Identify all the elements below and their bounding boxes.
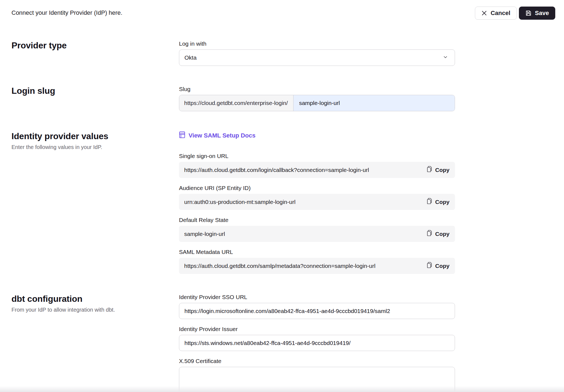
sso-url-field: https://auth.cloud.getdbt.com/login/call… [179,162,455,178]
document-icon [179,131,185,140]
slug-input[interactable] [293,95,455,111]
section-dbt-configuration: dbt configuration From your IdP to allow… [11,294,564,392]
relay-state-field: sample-login-url Copy [179,226,455,242]
relay-state-group: Default Relay State sample-login-url Cop… [179,217,455,242]
save-button[interactable]: Save [519,7,555,20]
idp-values-heading-col: Identity provider values Enter the follo… [11,131,179,150]
page-description: Connect your Identity Provider (IdP) her… [11,7,122,16]
section-subtitle-dbt-config: From your IdP to allow integration with … [11,307,179,313]
close-icon [481,10,487,16]
copy-icon [427,230,433,238]
metadata-url-field: https://auth.cloud.getdbt.com/samlp/meta… [179,258,455,274]
audience-uri-group: Audience URI (SP Entity ID) urn:auth0:us… [179,185,455,210]
copy-icon [427,198,433,206]
saml-docs-link-label: View SAML Setup Docs [189,132,255,139]
idp-sso-url-input[interactable] [179,303,455,319]
metadata-url-value: https://auth.cloud.getdbt.com/samlp/meta… [184,263,375,269]
topbar: Connect your Identity Provider (IdP) her… [0,0,564,25]
provider-type-heading-col: Provider type [11,40,179,51]
slug-label: Slug [179,86,455,92]
copy-button-label: Copy [435,231,450,237]
relay-state-value: sample-login-url [184,231,225,237]
idp-issuer-label: Identity Provider Issuer [179,326,455,332]
section-idp-values: Identity provider values Enter the follo… [11,131,564,274]
section-title-login-slug: Login slug [11,86,179,96]
save-button-label: Save [535,10,549,17]
idp-sso-url-label: Identity Provider SSO URL [179,294,455,300]
idp-issuer-input[interactable] [179,335,455,351]
copy-audience-uri-button[interactable]: Copy [427,198,450,206]
metadata-url-label: SAML Metadata URL [179,249,455,255]
section-login-slug: Login slug Slug https://cloud.getdbt.com… [11,86,564,111]
idp-issuer-group: Identity Provider Issuer [179,326,455,351]
copy-sso-url-button[interactable]: Copy [427,166,450,174]
save-icon [525,10,532,16]
sso-url-label: Single sign-on URL [179,153,455,159]
login-slug-heading-col: Login slug [11,86,179,96]
login-slug-fields-col: Slug https://cloud.getdbt.com/enterprise… [179,86,455,111]
copy-icon [427,262,433,270]
provider-select[interactable]: Okta [179,49,455,66]
dbt-config-heading-col: dbt configuration From your IdP to allow… [11,294,179,313]
audience-uri-value: urn:auth0:us-production-mt:sample-login-… [184,199,295,205]
dbt-config-fields-col: Identity Provider SSO URL Identity Provi… [179,294,455,392]
relay-state-label: Default Relay State [179,217,455,223]
copy-button-label: Copy [435,263,450,269]
audience-uri-field: urn:auth0:us-production-mt:sample-login-… [179,194,455,210]
copy-icon [427,166,433,174]
login-with-label: Log in with [179,40,455,47]
audience-uri-label: Audience URI (SP Entity ID) [179,185,455,191]
sso-url-group: Single sign-on URL https://auth.cloud.ge… [179,153,455,178]
idp-sso-url-group: Identity Provider SSO URL [179,294,455,319]
sso-url-value: https://auth.cloud.getdbt.com/login/call… [184,167,369,173]
certificate-textarea[interactable] [179,367,455,392]
provider-type-fields-col: Log in with Okta [179,40,455,66]
section-title-idp-values: Identity provider values [11,131,179,141]
slug-control: https://cloud.getdbt.com/enterprise-logi… [179,95,455,111]
cancel-button-label: Cancel [490,10,510,17]
section-title-dbt-config: dbt configuration [11,294,179,304]
section-subtitle-idp-values: Enter the following values in your IdP. [11,144,179,150]
saml-docs-link[interactable]: View SAML Setup Docs [179,131,255,140]
certificate-textarea-wrap [179,367,455,392]
copy-relay-state-button[interactable]: Copy [427,230,450,238]
certificate-group: X.509 Certificate [179,358,455,392]
copy-button-label: Copy [435,199,450,205]
section-title-provider-type: Provider type [11,40,179,51]
section-provider-type: Provider type Log in with Okta [11,40,564,66]
idp-settings-form: Provider type Log in with Okta Login slu… [0,25,564,392]
chevron-down-icon [443,54,448,61]
metadata-url-group: SAML Metadata URL https://auth.cloud.get… [179,249,455,274]
provider-select-value: Okta [184,54,196,61]
idp-values-fields-col: View SAML Setup Docs Single sign-on URL … [179,131,455,274]
slug-url-prefix: https://cloud.getdbt.com/enterprise-logi… [179,95,293,111]
cancel-button[interactable]: Cancel [475,7,516,20]
certificate-label: X.509 Certificate [179,358,455,364]
topbar-actions: Cancel Save [475,7,555,20]
copy-metadata-url-button[interactable]: Copy [427,262,450,270]
copy-button-label: Copy [435,167,450,173]
